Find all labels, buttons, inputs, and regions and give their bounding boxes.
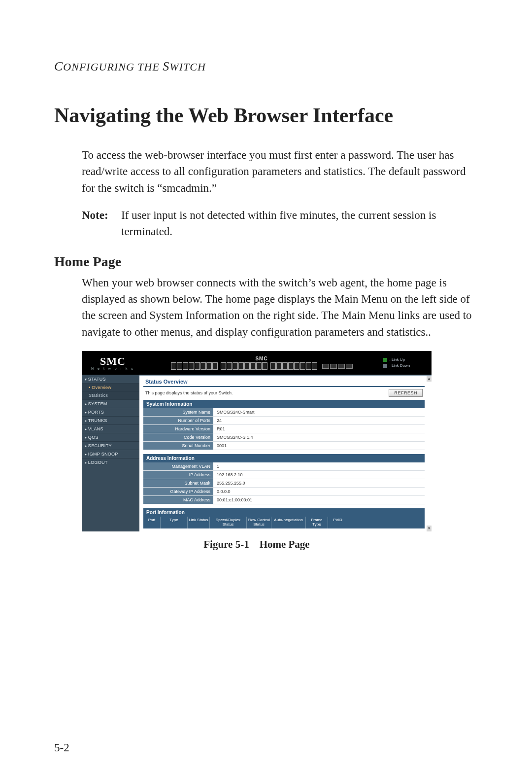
label-subnet-mask: Subnet Mask bbox=[143, 479, 214, 487]
value-serial-number: 0001 bbox=[214, 442, 425, 450]
label-mac-address: MAC Address bbox=[143, 496, 214, 504]
value-code-version: SMCGS24C-S 1.4 bbox=[214, 433, 425, 441]
col-pvid: PVID bbox=[328, 517, 347, 528]
sidebar-item-system[interactable]: SYSTEM bbox=[82, 399, 139, 408]
label-serial-number: Serial Number bbox=[143, 442, 214, 450]
sidebar-overview-label: Overview bbox=[92, 385, 111, 390]
label-gateway-ip: Gateway IP Address bbox=[143, 488, 214, 495]
value-subnet-mask: 255.255.255.0 bbox=[214, 479, 425, 487]
row-mac-address: MAC Address 00:01:c1:00:00:01 bbox=[143, 496, 425, 504]
row-code-version: Code Version SMCGS24C-S 1.4 bbox=[143, 433, 425, 442]
refresh-button[interactable]: REFRESH bbox=[389, 389, 423, 397]
status-description: This page displays the status of your Sw… bbox=[145, 390, 233, 395]
value-system-name: SMCGS24C-Smart bbox=[214, 408, 425, 416]
figure-caption: Figure 5-1 Home Page bbox=[82, 538, 432, 551]
figure-home-page: SMC N e t w o r k s SMC bbox=[82, 351, 432, 551]
sidebar-item-overview[interactable]: • Overview bbox=[82, 383, 139, 391]
status-overview-heading: Status Overview bbox=[143, 378, 425, 387]
page-title: Navigating the Web Browser Interface bbox=[54, 104, 478, 127]
row-gateway-ip: Gateway IP Address 0.0.0.0 bbox=[143, 488, 425, 496]
note-body: If user input is not detected within fiv… bbox=[121, 207, 478, 240]
legend-up-label: - Link Up bbox=[389, 357, 405, 362]
label-system-name: System Name bbox=[143, 408, 214, 416]
value-number-of-ports: 24 bbox=[214, 417, 425, 424]
sidebar-item-trunks[interactable]: TRUNKS bbox=[82, 416, 139, 424]
screenshot-home-page: SMC N e t w o r k s SMC bbox=[82, 351, 432, 531]
row-number-of-ports: Number of Ports 24 bbox=[143, 417, 425, 425]
col-type: Type bbox=[161, 517, 188, 528]
running-head-text: CONFIGURING THE SWITCH bbox=[54, 61, 206, 73]
smc-logo-text: SMC bbox=[100, 356, 126, 367]
label-management-vlan: Management VLAN bbox=[143, 462, 214, 470]
smc-logo: SMC N e t w o r k s bbox=[86, 356, 140, 370]
row-management-vlan: Management VLAN 1 bbox=[143, 462, 425, 471]
banner-brand: SMC bbox=[255, 356, 267, 361]
col-flow-control: Flow Control Status bbox=[247, 517, 271, 528]
screenshot-banner: SMC N e t w o r k s SMC bbox=[82, 351, 432, 375]
sidebar-item-statistics[interactable]: Statistics bbox=[82, 391, 139, 399]
content-pane: ▴ Status Overview This page displays the… bbox=[139, 375, 432, 531]
value-mac-address: 00:01:c1:00:00:01 bbox=[214, 496, 425, 504]
value-ip-address: 192.168.2.10 bbox=[214, 471, 425, 479]
sidebar-item-logout[interactable]: LOGOUT bbox=[82, 458, 139, 466]
label-code-version: Code Version bbox=[143, 433, 214, 441]
row-subnet-mask: Subnet Mask 255.255.255.0 bbox=[143, 479, 425, 488]
legend-swatch-up-icon bbox=[383, 358, 387, 362]
label-ip-address: IP Address bbox=[143, 471, 214, 479]
note-block: Note: If user input is not detected with… bbox=[82, 207, 478, 240]
port-information-title: Port Information bbox=[143, 508, 425, 517]
running-head: CONFIGURING THE SWITCH bbox=[54, 59, 478, 74]
label-hardware-version: Hardware Version bbox=[143, 425, 214, 433]
legend-link-up: - Link Up bbox=[383, 357, 428, 362]
sidebar-item-vlans[interactable]: VLANS bbox=[82, 424, 139, 433]
port-info-header-row: Port Type Link Status Speed/Duplex Statu… bbox=[143, 517, 425, 528]
intro-paragraph: To access the web-browser interface you … bbox=[82, 147, 478, 196]
sidebar-item-status[interactable]: STATUS bbox=[82, 375, 139, 383]
row-ip-address: IP Address 192.168.2.10 bbox=[143, 471, 425, 479]
note-label: Note: bbox=[82, 207, 121, 223]
scroll-up-icon[interactable]: ▴ bbox=[427, 376, 432, 382]
col-port: Port bbox=[143, 517, 161, 528]
system-information-title: System Information bbox=[143, 400, 425, 408]
sidebar-item-ports[interactable]: PORTS bbox=[82, 408, 139, 416]
row-serial-number: Serial Number 0001 bbox=[143, 442, 425, 450]
value-gateway-ip: 0.0.0.0 bbox=[214, 488, 425, 495]
page-number: 5-2 bbox=[54, 741, 69, 754]
legend-swatch-down-icon bbox=[383, 364, 387, 368]
address-information-title: Address Information bbox=[143, 454, 425, 462]
col-speed-duplex: Speed/Duplex Status bbox=[210, 517, 247, 528]
home-page-heading: Home Page bbox=[54, 254, 478, 270]
main-menu-sidebar: STATUS • Overview Statistics SYSTEM PORT… bbox=[82, 375, 139, 531]
sidebar-item-security[interactable]: SECURITY bbox=[82, 441, 139, 450]
sidebar-item-qos[interactable]: QOS bbox=[82, 433, 139, 441]
label-number-of-ports: Number of Ports bbox=[143, 417, 214, 424]
legend-down-label: - Link Down bbox=[389, 363, 410, 368]
port-strip-icon bbox=[171, 362, 353, 370]
col-link-status: Link Status bbox=[188, 517, 210, 528]
legend-link-down: - Link Down bbox=[383, 363, 428, 368]
row-hardware-version: Hardware Version R01 bbox=[143, 425, 425, 433]
value-hardware-version: R01 bbox=[214, 425, 425, 433]
home-page-paragraph: When your web browser connects with the … bbox=[82, 275, 478, 340]
col-auto-negotiation: Auto-negotiation bbox=[271, 517, 306, 528]
smc-logo-subtext: N e t w o r k s bbox=[91, 367, 134, 370]
col-frame-type: Frame Type bbox=[306, 517, 328, 528]
banner-center: SMC bbox=[140, 356, 383, 370]
row-system-name: System Name SMCGS24C-Smart bbox=[143, 408, 425, 417]
value-management-vlan: 1 bbox=[214, 462, 425, 470]
link-legend: - Link Up - Link Down bbox=[383, 357, 428, 368]
scroll-down-icon[interactable]: ▾ bbox=[427, 526, 432, 531]
sidebar-item-igmp-snoop[interactable]: IGMP SNOOP bbox=[82, 450, 139, 458]
